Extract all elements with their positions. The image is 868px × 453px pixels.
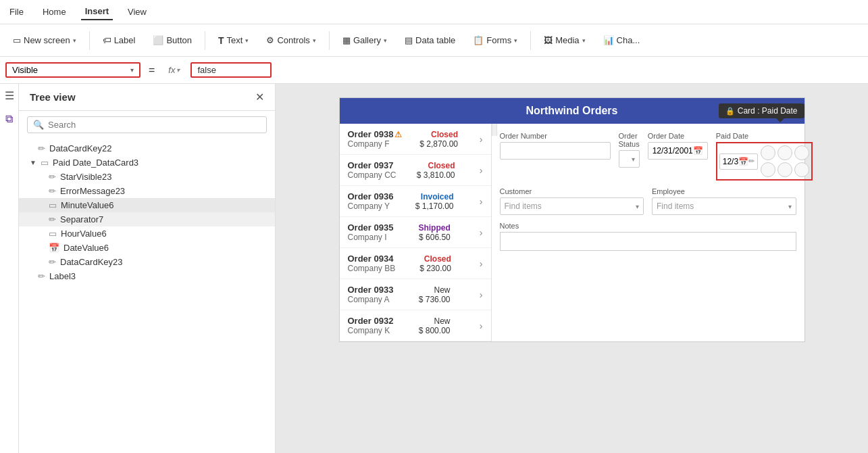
tree-item-paiddatacard[interactable]: ▼ ▭ Paid Date_DataCard3 xyxy=(19,156,275,170)
notes-input[interactable] xyxy=(500,232,796,251)
lock-icon: 🔒 xyxy=(725,107,735,116)
tree-item-label3[interactable]: ✏ Label3 xyxy=(19,269,275,283)
search-input[interactable] xyxy=(48,120,261,130)
order-status-group: Order Status ▾ xyxy=(619,132,640,181)
chevron-right-icon4: › xyxy=(480,227,483,238)
fx-label: fx xyxy=(168,65,175,75)
tree-item-datevalue6[interactable]: 📅 DateValue6 xyxy=(19,241,275,255)
edit-icon4: ✏ xyxy=(49,214,56,224)
dropdown-arrow: ▾ xyxy=(632,156,635,163)
menu-file[interactable]: File xyxy=(5,4,28,20)
order-status-select[interactable]: ▾ xyxy=(619,150,640,168)
order-item-0936[interactable]: Order 0936 Company Y Invoiced $ 1,170.00… xyxy=(340,186,491,217)
tree-search-box[interactable]: 🔍 xyxy=(27,116,267,133)
order-item-0937[interactable]: Order 0937 Company CC Closed $ 3,810.00 … xyxy=(340,155,491,186)
label-icon: 🏷 xyxy=(103,35,111,45)
layers-icon[interactable]: ⧉ xyxy=(5,113,13,125)
order-date-input[interactable]: 12/31/2001 📅 xyxy=(648,142,708,160)
media-button[interactable]: 🖼 Media ▾ xyxy=(536,32,592,49)
chevron-down-icon: ▾ xyxy=(73,37,76,44)
menu-view[interactable]: View xyxy=(124,4,151,20)
property-selector[interactable]: Visible ▾ xyxy=(5,62,141,78)
canvas-area: Northwind Orders Order 0938⚠ Company F C… xyxy=(276,84,868,453)
hamburger-icon[interactable]: ☰ xyxy=(5,89,14,102)
edit-icon3: ✏ xyxy=(49,186,56,196)
order-item-0932[interactable]: Order 0932 Company K New $ 800.00 › xyxy=(340,310,491,341)
paid-date-highlight[interactable]: 12/3 📅 ✏ xyxy=(716,142,813,181)
formula-input[interactable]: false xyxy=(190,62,272,78)
menu-home[interactable]: Home xyxy=(39,4,70,20)
fx-button[interactable]: fx ▾ xyxy=(163,64,185,76)
time-circle-2[interactable] xyxy=(777,145,792,160)
card-body: Order 0938⚠ Company F Closed $ 2,870.00 … xyxy=(340,124,805,341)
tree-item-starvisible23[interactable]: ✏ StarVisible23 xyxy=(19,170,275,184)
button-icon: ⬜ xyxy=(153,35,163,45)
customer-select[interactable]: Find items ▾ xyxy=(500,197,644,215)
order-date-group: Order Date 12/31/2001 📅 xyxy=(648,132,708,181)
gallery-button[interactable]: ▦ Gallery ▾ xyxy=(335,32,394,49)
calendar-icon2: 📅 xyxy=(693,146,703,156)
search-icon: 🔍 xyxy=(33,120,44,130)
tree-item-hourvalue6[interactable]: ▭ HourValue6 xyxy=(19,226,275,241)
tree-panel: Tree view ✕ 🔍 ✏ DataCardKey22 ▼ ▭ Paid D… xyxy=(19,84,276,453)
calendar-icon3: 📅 xyxy=(738,157,748,166)
form-area: 🔒 Card : Paid Date Order Number Order St… xyxy=(492,124,805,266)
time-circle-4[interactable] xyxy=(761,162,775,177)
form-row-1: Order Number Order Status ▾ Order Date xyxy=(500,132,796,181)
time-circle-6[interactable] xyxy=(794,162,809,177)
controls-button[interactable]: ⚙ Controls ▾ xyxy=(259,32,323,49)
employee-select[interactable]: Find items ▾ xyxy=(652,197,796,215)
tree-item-minutevalue6[interactable]: ▭ MinuteValue6 xyxy=(19,198,275,212)
chevron-right-icon7: › xyxy=(480,320,483,331)
order-number-input[interactable] xyxy=(500,142,611,160)
warning-icon: ⚠ xyxy=(394,130,402,139)
order-item-0934[interactable]: Order 0934 Company BB Closed $ 230.00 › xyxy=(340,248,491,279)
chevron-right-icon5: › xyxy=(480,258,483,269)
menu-bar: File Home Insert View xyxy=(0,0,868,24)
new-screen-button[interactable]: ▭ New screen ▾ xyxy=(5,32,84,49)
tree-content: ✏ DataCardKey22 ▼ ▭ Paid Date_DataCard3 … xyxy=(19,139,275,453)
screen-icon: ▭ xyxy=(13,35,21,45)
order-item-0933[interactable]: Order 0933 Company A New $ 736.00 › xyxy=(340,279,491,310)
close-icon[interactable]: ✕ xyxy=(255,91,264,103)
rect-icon: ▭ xyxy=(49,200,57,210)
tree-item-datacardkey23[interactable]: ✏ DataCardKey23 xyxy=(19,255,275,269)
tree-item-separator7[interactable]: ✏ Separator7 xyxy=(19,212,275,226)
chevron-right-icon2: › xyxy=(480,165,483,176)
left-icon-bar: ☰ ⧉ xyxy=(0,84,19,453)
media-icon: 🖼 xyxy=(544,35,553,45)
time-circle-3[interactable] xyxy=(794,145,809,160)
formula-bar: Visible ▾ = fx ▾ false xyxy=(0,57,868,84)
order-item-0938[interactable]: Order 0938⚠ Company F Closed $ 2,870.00 … xyxy=(340,124,491,155)
data-table-button[interactable]: ▤ Data table xyxy=(397,32,463,49)
text-button[interactable]: T Text ▾ xyxy=(211,32,256,49)
chart-button[interactable]: 📊 Cha... xyxy=(596,32,648,49)
paid-date-tooltip: 🔒 Card : Paid Date xyxy=(719,103,805,118)
time-circle-1[interactable] xyxy=(761,145,775,160)
rect-icon2: ▭ xyxy=(49,229,57,239)
notes-group: Notes xyxy=(500,222,796,251)
tree-item-errormessage23[interactable]: ✏ ErrorMessage23 xyxy=(19,184,275,198)
chevron-right-icon3: › xyxy=(480,196,483,207)
menu-insert[interactable]: Insert xyxy=(81,3,113,20)
toolbar: ▭ New screen ▾ 🏷 Label ⬜ Button T Text ▾… xyxy=(0,24,868,57)
property-value: Visible xyxy=(12,65,130,75)
edit-icon: ✏ xyxy=(38,143,45,153)
chevron-down-icon2: ▾ xyxy=(245,37,249,44)
form-row-2: Customer Find items ▾ Employee Find item… xyxy=(500,187,796,215)
edit-icon5: ✏ xyxy=(49,257,56,267)
time-circle-5[interactable] xyxy=(777,162,792,177)
customer-group: Customer Find items ▾ xyxy=(500,187,644,215)
controls-icon: ⚙ xyxy=(266,35,274,45)
separator xyxy=(89,31,90,50)
paid-date-input[interactable]: 12/3 📅 ✏ xyxy=(719,153,758,170)
label-button[interactable]: 🏷 Label xyxy=(95,32,143,49)
tree-item-datacardkey22[interactable]: ✏ DataCardKey22 xyxy=(19,141,275,156)
order-item-0935[interactable]: Order 0935 Company I Shipped $ 606.50 › xyxy=(340,217,491,248)
expand-icon: ▼ xyxy=(30,159,36,166)
forms-button[interactable]: 📋 Forms ▾ xyxy=(465,32,525,49)
forms-icon: 📋 xyxy=(473,35,484,45)
edit-icon2: ✏ xyxy=(49,172,56,182)
chevron-right-icon: › xyxy=(480,134,483,145)
button-button[interactable]: ⬜ Button xyxy=(145,32,199,49)
